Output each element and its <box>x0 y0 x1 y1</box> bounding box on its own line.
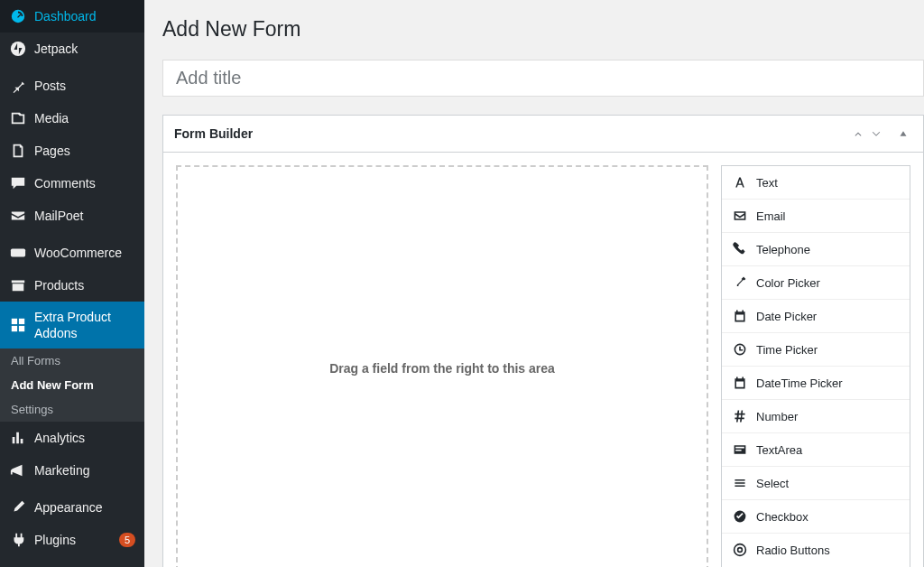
field-label: DateTime Picker <box>756 376 843 390</box>
panel-title: Form Builder <box>174 126 849 141</box>
field-label: Time Picker <box>756 343 818 357</box>
hash-icon <box>733 409 747 423</box>
sidebar-item-label: Pages <box>34 143 135 159</box>
sidebar-item-label: Jetpack <box>34 41 135 57</box>
sidebar-item-jetpack[interactable]: Jetpack <box>0 33 144 65</box>
form-title-input[interactable] <box>162 60 924 97</box>
field-type-datetime-picker[interactable]: DateTime Picker <box>722 367 910 400</box>
sidebar-item-label: Media <box>34 110 135 126</box>
field-type-checkbox[interactable]: Checkbox <box>722 500 910 534</box>
builder-body: Drag a field from the right to this area… <box>163 153 923 567</box>
sidebar-item-extra-product-addons[interactable]: Extra Product Addons <box>0 302 144 349</box>
plugins-icon <box>9 531 27 549</box>
marketing-icon <box>9 461 27 479</box>
analytics-icon <box>9 429 27 447</box>
sidebar-item-posts[interactable]: Posts <box>0 70 144 102</box>
field-label: Text <box>756 176 778 190</box>
sidebar-item-pages[interactable]: Pages <box>0 135 144 167</box>
field-label: Radio Buttons <box>756 544 830 557</box>
toggle-panel-button[interactable] <box>894 125 912 143</box>
sidebar-item-products[interactable]: Products <box>0 269 144 302</box>
mailpoet-icon <box>9 207 27 225</box>
pin-icon <box>9 77 27 95</box>
field-label: Number <box>756 410 798 423</box>
select-icon <box>733 476 747 490</box>
sidebar-item-media[interactable]: Media <box>0 102 144 135</box>
field-label: Checkbox <box>756 510 808 524</box>
sidebar-item-label: Analytics <box>34 430 135 446</box>
field-type-telephone[interactable]: Telephone <box>722 233 910 266</box>
form-builder-panel: Form Builder Drag a field from the right… <box>162 115 924 567</box>
sidebar-item-woocommerce[interactable]: WooCommerce <box>0 237 144 269</box>
eyedropper-icon <box>733 275 747 290</box>
email-icon <box>733 209 747 223</box>
calendar-icon <box>733 309 747 323</box>
products-icon <box>9 276 27 294</box>
field-type-color-picker[interactable]: Color Picker <box>722 266 910 300</box>
dashboard-icon <box>9 7 27 25</box>
sidebar-item-label: Appearance <box>34 499 135 516</box>
field-type-textarea[interactable]: TextArea <box>722 433 910 467</box>
field-label: Telephone <box>756 243 810 256</box>
woo-icon <box>9 244 27 262</box>
grid-icon <box>9 316 27 334</box>
field-type-radio[interactable]: Radio Buttons <box>722 534 910 566</box>
field-label: Select <box>756 477 789 490</box>
field-label: Email <box>756 209 786 223</box>
textarea-icon <box>733 442 747 457</box>
calendar-icon <box>733 376 747 390</box>
sidebar-item-label: WooCommerce <box>34 245 135 261</box>
field-type-select[interactable]: Select <box>722 467 910 500</box>
move-up-button[interactable] <box>849 125 867 143</box>
sidebar-item-label: Marketing <box>34 462 135 479</box>
sidebar-item-label: MailPoet <box>34 208 135 224</box>
sidebar-item-analytics[interactable]: Analytics <box>0 422 144 454</box>
sidebar-item-label: Dashboard <box>34 8 135 24</box>
sidebar-item-mailpoet[interactable]: MailPoet <box>0 200 144 232</box>
submenu-item-all-forms[interactable]: All Forms <box>0 349 144 373</box>
submenu-item-settings[interactable]: Settings <box>0 397 144 422</box>
clock-icon <box>733 342 747 357</box>
main-content: Add New Form Form Builder Drag a field f… <box>144 0 924 567</box>
field-label: Date Picker <box>756 310 817 323</box>
submenu-item-add-new-form[interactable]: Add New Form <box>0 373 144 397</box>
panel-header: Form Builder <box>163 116 923 153</box>
pages-icon <box>9 142 27 160</box>
field-label: Color Picker <box>756 276 820 290</box>
jetpack-icon <box>9 40 27 58</box>
page-title: Add New Form <box>162 17 924 42</box>
field-type-date-picker[interactable]: Date Picker <box>722 300 910 333</box>
field-type-time-picker[interactable]: Time Picker <box>722 333 910 367</box>
sidebar-item-label: Plugins <box>34 532 116 548</box>
sidebar-item-label: Posts <box>34 78 135 94</box>
sidebar-item-comments[interactable]: Comments <box>0 167 144 200</box>
sidebar-submenu: All Forms Add New Form Settings <box>0 349 144 422</box>
checkbox-icon <box>733 509 747 524</box>
field-palette: Text Email Telephone Color Picker Date P… <box>721 165 910 567</box>
field-label: TextArea <box>756 443 802 457</box>
field-type-email[interactable]: Email <box>722 200 910 233</box>
sidebar-item-label: Products <box>34 277 135 293</box>
sidebar-item-label: Extra Product Addons <box>34 309 135 341</box>
sidebar-item-plugins[interactable]: Plugins5 <box>0 524 144 556</box>
sidebar-item-marketing[interactable]: Marketing <box>0 454 144 487</box>
plugins-update-badge: 5 <box>119 533 135 547</box>
dropzone-placeholder: Drag a field from the right to this area <box>329 361 555 376</box>
media-icon <box>9 109 27 127</box>
move-down-button[interactable] <box>867 125 885 143</box>
radio-icon <box>733 543 747 557</box>
field-type-text[interactable]: Text <box>722 166 910 200</box>
sidebar-item-label: Comments <box>34 175 135 191</box>
appearance-icon <box>9 498 27 516</box>
field-dropzone[interactable]: Drag a field from the right to this area <box>176 165 708 567</box>
admin-sidebar: Dashboard Jetpack Posts Media Pages Comm… <box>0 0 144 567</box>
text-icon <box>733 175 747 190</box>
phone-icon <box>733 242 747 256</box>
field-type-number[interactable]: Number <box>722 400 910 433</box>
sidebar-item-dashboard[interactable]: Dashboard <box>0 0 144 33</box>
comments-icon <box>9 174 27 192</box>
sidebar-item-appearance[interactable]: Appearance <box>0 491 144 524</box>
